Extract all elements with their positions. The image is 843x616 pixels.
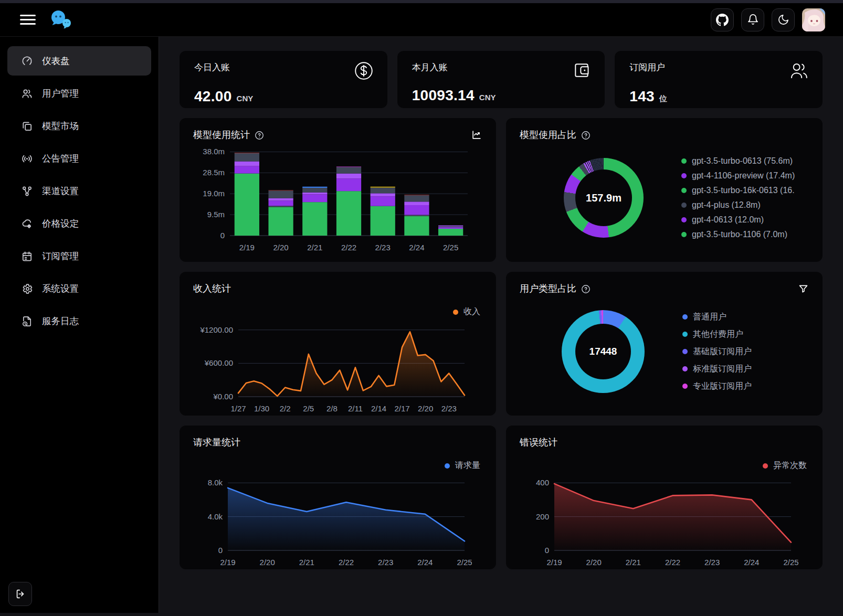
cloud-gear-icon (20, 217, 33, 230)
svg-text:2/19: 2/19 (220, 558, 235, 567)
stat-label: 今日入账 (194, 60, 230, 73)
sidebar-item-service-logs[interactable]: 服务日志 (7, 306, 151, 336)
github-button[interactable] (711, 8, 734, 31)
filter-button[interactable] (798, 283, 809, 294)
sidebar-item-users[interactable]: 用户管理 (7, 79, 151, 108)
github-icon (716, 14, 729, 26)
card-title: 错误统计 (520, 436, 557, 449)
bell-icon (747, 14, 759, 26)
sidebar-item-model-market[interactable]: 模型市场 (7, 111, 151, 141)
svg-text:2/22: 2/22 (341, 243, 356, 252)
sidebar-item-label: 模型市场 (42, 120, 79, 132)
theme-toggle-button[interactable] (772, 8, 795, 31)
stat-unit: CNY (237, 94, 254, 103)
legend-item[interactable]: gpt-3.5-turbo-16k-0613 (16. (681, 186, 795, 195)
legend-item[interactable]: gpt-3.5-turbo-1106 (7.0m) (681, 230, 795, 239)
svg-text:2/25: 2/25 (457, 558, 472, 567)
svg-text:2/21: 2/21 (307, 243, 322, 252)
svg-text:0: 0 (545, 546, 549, 555)
legend-item[interactable]: 收入 (453, 306, 480, 317)
svg-text:2/25: 2/25 (783, 558, 798, 567)
svg-text:¥0.00: ¥0.00 (213, 392, 233, 401)
legend-item[interactable]: 基础版订阅用户 (682, 346, 752, 357)
card-errors: 错误统计 异常次数 02004002/192/202/212/222/232/2… (506, 426, 823, 569)
legend-label: 标准版订阅用户 (693, 364, 752, 375)
stat-card-today-income: 今日入账 42.00 CNY (180, 51, 387, 108)
svg-text:2/23: 2/23 (441, 404, 457, 413)
card-title: 模型使用统计 (193, 129, 250, 141)
gear-icon (20, 282, 33, 295)
sidebar-item-subscriptions[interactable]: 订阅管理 (7, 241, 151, 271)
sidebar-item-pricing[interactable]: 价格设定 (7, 209, 151, 238)
legend-item[interactable]: gpt-4-1106-preview (17.4m) (681, 171, 795, 180)
sidebar-item-announcements[interactable]: 公告管理 (7, 144, 151, 173)
legend-item[interactable]: gpt-4-0613 (12.0m) (681, 215, 795, 225)
legend-label: 其他付费用户 (693, 329, 743, 340)
avatar-image (802, 8, 825, 31)
legend-item[interactable]: gpt-4-plus (12.8m) (681, 200, 795, 210)
legend-item[interactable]: 普通用户 (682, 312, 752, 323)
svg-text:2/22: 2/22 (339, 558, 354, 567)
users-icon (20, 87, 33, 100)
svg-text:2/20: 2/20 (273, 243, 288, 252)
legend-dot (682, 314, 688, 320)
model-share-donut-chart: 157.9m (564, 158, 644, 238)
legend-label: gpt-3.5-turbo-16k-0613 (16. (692, 186, 795, 195)
circle-dollar-icon (353, 60, 375, 84)
svg-text:0: 0 (220, 231, 225, 240)
sidebar-item-channels[interactable]: 渠道设置 (7, 176, 151, 206)
errors-line-chart: 02004002/192/202/212/222/232/242/25 (520, 472, 809, 569)
svg-text:8.0k: 8.0k (208, 478, 223, 487)
svg-text:2/20: 2/20 (418, 404, 433, 413)
legend-label: gpt-4-0613 (12.0m) (692, 215, 764, 225)
legend-dot (763, 463, 768, 469)
requests-line-chart: 04.0k8.0k2/192/202/212/222/232/242/25 (193, 472, 482, 569)
sidebar-item-label: 渠道设置 (42, 185, 79, 197)
sidebar-item-label: 服务日志 (42, 315, 79, 327)
notifications-button[interactable] (741, 8, 764, 31)
sidebar-item-label: 价格设定 (42, 217, 79, 230)
svg-text:4.0k: 4.0k (208, 512, 223, 521)
donut-center-value: 157.9m (564, 158, 644, 238)
stat-card-subscribers: 订阅用户 143 位 (615, 51, 823, 108)
legend-label: gpt-3.5-turbo-1106 (7.0m) (692, 230, 787, 239)
help-icon[interactable] (255, 131, 264, 140)
sidebar-item-system-settings[interactable]: 系统设置 (7, 274, 151, 303)
svg-text:200: 200 (536, 512, 549, 521)
stat-unit: CNY (479, 93, 496, 102)
sidebar: 仪表盘 用户管理 模型市场 公告管理 渠道设置 价格设定 订阅管理 系统设置 (0, 37, 159, 613)
svg-text:38.0m: 38.0m (203, 147, 225, 156)
svg-text:2/24: 2/24 (409, 243, 424, 252)
help-icon[interactable] (581, 284, 591, 294)
svg-text:2/23: 2/23 (378, 558, 393, 567)
sidebar-item-label: 系统设置 (42, 282, 79, 295)
card-title: 模型使用占比 (520, 129, 576, 141)
legend-item[interactable]: 标准版订阅用户 (682, 364, 752, 375)
stat-value: 143 (629, 88, 655, 105)
logout-button[interactable] (8, 582, 32, 606)
legend-item[interactable]: 其他付费用户 (682, 329, 752, 340)
svg-text:2/22: 2/22 (665, 558, 680, 567)
card-model-share: 模型使用占比 157.9m gpt-3.5-turbo-0613 (75.6m)… (506, 118, 823, 262)
sidebar-item-dashboard[interactable]: 仪表盘 (7, 46, 151, 76)
legend-dot (681, 217, 687, 222)
chart-type-toggle-button[interactable] (471, 129, 482, 141)
svg-text:28.5m: 28.5m (203, 168, 225, 177)
svg-text:2/19: 2/19 (239, 243, 255, 252)
donut-center-value: 17448 (562, 310, 645, 393)
menu-toggle-button[interactable] (20, 15, 36, 25)
legend-dot (681, 188, 687, 193)
sidebar-item-label: 用户管理 (42, 87, 79, 100)
legend-item[interactable]: 请求量 (445, 460, 480, 471)
legend-item[interactable]: 异常次数 (763, 460, 807, 471)
card-model-usage: 模型使用统计 09.5m19.0m28.5m38.0m2/192/202/212… (180, 118, 496, 262)
legend-item[interactable]: gpt-3.5-turbo-0613 (75.6m) (681, 156, 795, 166)
legend-dot (682, 332, 688, 337)
help-icon[interactable] (581, 131, 591, 140)
legend-dot (681, 232, 687, 237)
requests-legend: 请求量 (445, 460, 480, 471)
user-avatar[interactable] (802, 8, 825, 31)
calendar-icon (20, 250, 33, 262)
legend-item[interactable]: 专业版订阅用户 (682, 381, 752, 392)
card-title: 用户类型占比 (520, 282, 576, 295)
